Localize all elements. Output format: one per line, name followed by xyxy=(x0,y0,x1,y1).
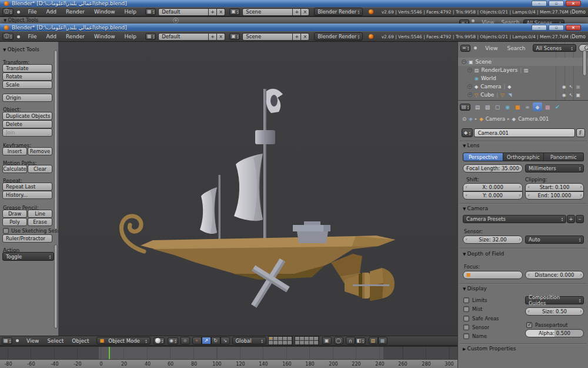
screen-layout-icon[interactable]: ▦ xyxy=(145,8,156,15)
clip-start-field[interactable]: Start: 0.100 xyxy=(525,183,584,191)
focal-length-field[interactable]: Focal Length: 35.000 xyxy=(463,164,523,173)
shading-select[interactable] xyxy=(153,337,165,344)
axis-widget-icon[interactable]: ⌖ xyxy=(192,337,202,344)
delete-layout-button[interactable] xyxy=(217,8,225,16)
sensor-fit-select[interactable]: Auto xyxy=(525,236,584,244)
gp-poly-button[interactable]: Poly xyxy=(2,218,27,226)
action-select[interactable]: Toggle xyxy=(2,252,54,261)
mode-select[interactable]: ■ Object Mode xyxy=(96,337,151,344)
outliner-row-scene[interactable]: ▣ Scene xyxy=(458,58,588,66)
camera-presets-select[interactable]: Camera Presets xyxy=(463,215,566,223)
scene-name-field[interactable]: Scene xyxy=(242,33,293,41)
menu-file[interactable]: File xyxy=(24,34,42,39)
rotate-manipulator-icon[interactable]: ↻ xyxy=(211,337,220,344)
scale-button[interactable]: Scale xyxy=(2,81,52,89)
editor-type-icon[interactable]: ≡ xyxy=(459,19,469,24)
tab-physics[interactable]: ✔ xyxy=(553,102,562,111)
sketching-checkbox[interactable] xyxy=(3,228,9,234)
dof-panel-header[interactable]: Depth of Field xyxy=(463,251,504,257)
add-layout-button[interactable] xyxy=(209,33,217,41)
add-preset-button[interactable] xyxy=(567,215,575,223)
scene-name-field[interactable]: Scene xyxy=(242,8,293,16)
gp-line-button[interactable]: Line xyxy=(28,210,52,218)
close-button[interactable] xyxy=(566,25,581,31)
render-engine-select[interactable]: Blender Render xyxy=(314,8,362,16)
collapse-menus-icon[interactable] xyxy=(474,47,477,49)
tool-shelf-header[interactable]: Object Tools xyxy=(3,47,39,52)
outliner-row-renderlayers[interactable]: ▨ RenderLayers | ▨ xyxy=(458,66,588,74)
scenes-filter-select[interactable]: All Scenes xyxy=(523,19,564,24)
tab-render[interactable]: ▤ xyxy=(473,102,482,111)
clear-button[interactable]: Clear xyxy=(28,165,52,173)
draw-size-field[interactable]: Size: 0.50 xyxy=(525,307,584,316)
add-scene-button[interactable] xyxy=(293,33,301,41)
timeline-ruler[interactable]: -80 -60 -40 -20 0 20 40 60 80 100 120 14… xyxy=(0,359,457,368)
pin-icon[interactable]: ⊙ xyxy=(462,116,466,122)
visibility-eye-icon[interactable]: ◉ xyxy=(562,92,566,98)
breadcrumb-data[interactable]: Camera.001 xyxy=(518,116,549,122)
delete-layout-button[interactable] xyxy=(217,33,225,41)
origin-button[interactable]: Origin xyxy=(2,94,52,102)
shift-x-field[interactable]: X: 0.000 xyxy=(463,183,523,191)
menu-window[interactable]: Window xyxy=(89,34,120,39)
add-layout-button[interactable] xyxy=(209,8,217,16)
lock-to-scene-icon[interactable]: ▣ xyxy=(322,337,332,344)
title-bar[interactable]: Blender* [D:\اعمالي بلندر\اعلومات\shep.b… xyxy=(0,24,588,31)
delete-scene-button[interactable] xyxy=(301,33,309,41)
menu-window[interactable]: Window xyxy=(89,9,120,15)
tab-render-layers[interactable]: ▨ xyxy=(483,102,492,111)
add-scene-button[interactable] xyxy=(293,8,301,16)
expand-icon[interactable] xyxy=(467,84,472,89)
ship-model[interactable] xyxy=(59,42,457,336)
add-panel-icon[interactable] xyxy=(173,18,179,24)
manipulator-toggle-icon[interactable]: ⊕ xyxy=(181,337,190,344)
scale-manipulator-icon[interactable]: ↘ xyxy=(220,337,230,344)
menu-add[interactable]: Add xyxy=(42,9,61,15)
safe-areas-checkbox[interactable] xyxy=(463,316,469,321)
menu-render[interactable]: Render xyxy=(61,34,89,39)
collapse-menus-icon[interactable] xyxy=(17,35,20,38)
shift-y-field[interactable]: Y: 0.000 xyxy=(463,191,523,200)
join-button[interactable]: Join xyxy=(2,128,52,137)
outliner-row-world[interactable]: ◉ World xyxy=(458,74,588,82)
outliner-scrollbar[interactable] xyxy=(583,50,587,76)
duplicate-objects-button[interactable]: Duplicate Objects xyxy=(2,112,52,120)
menu-add[interactable]: Add xyxy=(42,34,61,39)
perspective-button[interactable]: Perspective xyxy=(463,152,503,161)
proportional-edit-icon[interactable]: ◯ xyxy=(334,337,343,344)
menu-help[interactable]: Help xyxy=(120,9,142,15)
mist-checkbox[interactable] xyxy=(463,306,469,312)
translate-manipulator-icon[interactable]: ↗ xyxy=(202,337,211,344)
collapse-menus-icon[interactable] xyxy=(472,19,475,22)
orientation-select[interactable]: Global xyxy=(232,337,266,344)
breadcrumb-object[interactable]: Camera xyxy=(486,116,505,122)
collapse-menus-icon[interactable] xyxy=(17,11,20,14)
tool-shelf-scrollbar[interactable] xyxy=(54,50,58,230)
title-bar[interactable]: Blender* [D:\اعمالي بلندر\اعلومات\shep.b… xyxy=(0,0,588,7)
translate-button[interactable]: Translate xyxy=(2,64,52,72)
collapse-icon[interactable] xyxy=(462,59,466,64)
delete-button[interactable]: Delete xyxy=(2,120,52,128)
menu-view[interactable]: View xyxy=(22,338,43,344)
current-frame-marker[interactable] xyxy=(109,347,110,359)
tab-scene[interactable]: ▢ xyxy=(493,102,502,111)
selectable-cursor-icon[interactable]: ↖ xyxy=(569,92,573,98)
layers-grid-2[interactable] xyxy=(295,336,319,346)
passepartout-checkbox[interactable] xyxy=(526,322,532,328)
editor-type-icon[interactable]: ▦ xyxy=(2,337,12,344)
name-input[interactable]: Camera.001 xyxy=(474,128,575,137)
passepartout-alpha-slider[interactable]: Alpha: 0.500 xyxy=(525,329,584,337)
gp-erase-button[interactable]: Erase xyxy=(28,218,52,226)
collapse-menus-icon[interactable] xyxy=(16,339,19,342)
insert-keyframe-button[interactable]: Insert xyxy=(2,147,27,155)
sensor-checkbox[interactable] xyxy=(463,324,469,330)
editor-type-icon[interactable]: ≡ xyxy=(460,45,470,52)
close-button[interactable] xyxy=(566,1,581,6)
camera-panel-header[interactable]: Camera xyxy=(463,205,488,211)
custom-properties-header[interactable]: Custom Properties xyxy=(463,346,516,352)
selectable-cursor-icon[interactable]: ↖ xyxy=(569,84,573,89)
expand-icon[interactable] xyxy=(467,92,472,97)
calculate-button[interactable]: Calculate xyxy=(2,165,27,173)
menu-view[interactable]: View xyxy=(480,45,502,51)
menu-object[interactable]: Object xyxy=(68,338,93,344)
